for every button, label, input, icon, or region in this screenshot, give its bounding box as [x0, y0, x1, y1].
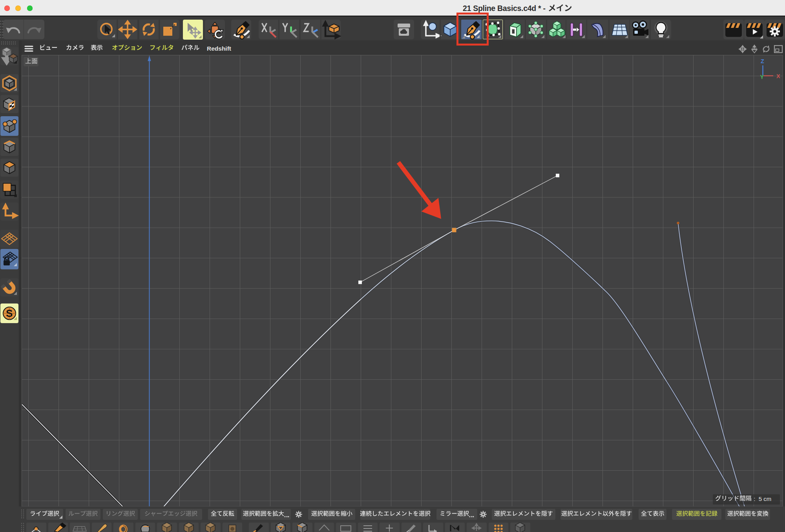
svg-text:X: X [776, 73, 780, 79]
svg-text:Y: Y [760, 74, 764, 80]
svg-text:Z: Z [761, 58, 764, 64]
svg-text:S: S [6, 307, 13, 319]
